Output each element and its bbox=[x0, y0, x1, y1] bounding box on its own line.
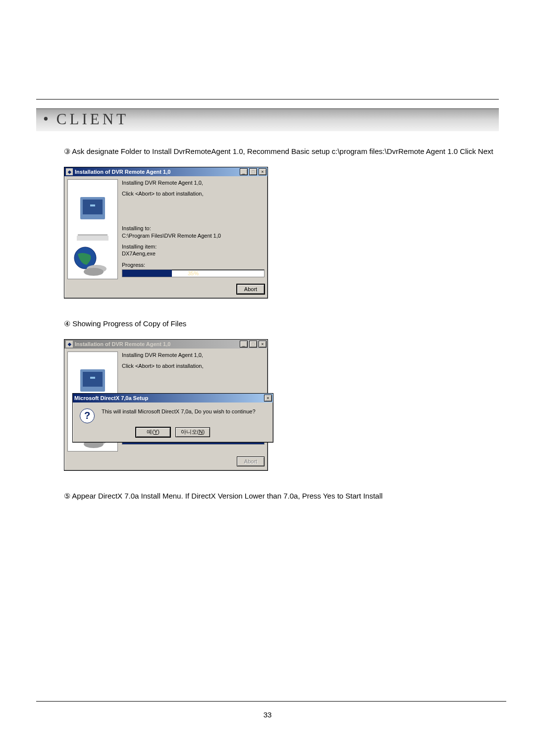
window-title: Installation of DVR Remote Agent 1,0 bbox=[75, 341, 240, 347]
page-top-rule bbox=[36, 99, 499, 100]
svg-point-9 bbox=[84, 268, 104, 276]
step-4-marker: ④ bbox=[64, 319, 70, 328]
svg-rect-4 bbox=[78, 234, 107, 236]
svg-rect-12 bbox=[83, 372, 103, 387]
step-3: ③ Ask designate Folder to Install DvrRem… bbox=[64, 146, 499, 157]
install-line-2: Click <Abort> to abort installation, bbox=[122, 190, 265, 197]
section-header: •CLIENT bbox=[36, 108, 499, 131]
installing-item-label: Installing item: bbox=[122, 243, 265, 250]
step-5: ⑤ Appear DirectX 7.0a Install Menu. If D… bbox=[64, 491, 499, 502]
step-5-text: Appear DirectX 7.0a Install Menu. If Dir… bbox=[72, 492, 382, 500]
step-5-marker: ⑤ bbox=[64, 492, 70, 500]
app-icon: ◆ bbox=[66, 168, 73, 175]
svg-rect-2 bbox=[83, 200, 103, 214]
minimize-button[interactable]: _ bbox=[240, 168, 248, 175]
svg-rect-13 bbox=[90, 377, 95, 379]
maximize-button[interactable]: □ bbox=[249, 168, 257, 175]
title-bar: ◆ Installation of DVR Remote Agent 1,0 _… bbox=[64, 340, 268, 349]
modal-title: Microsoft DirectX 7,0a Setup bbox=[74, 395, 264, 401]
step-4-text: Showing Progress of Copy of Files bbox=[72, 319, 186, 328]
question-icon: ? bbox=[80, 408, 95, 423]
modal-message: This will install Microsoft DirectX 7,0a… bbox=[102, 408, 256, 414]
close-button[interactable]: × bbox=[259, 341, 267, 348]
step-4: ④ Showing Progress of Copy of Files bbox=[64, 318, 499, 329]
maximize-button[interactable]: □ bbox=[249, 341, 257, 348]
title-bar: Microsoft DirectX 7,0a Setup × bbox=[73, 394, 273, 403]
abort-button[interactable]: Abort bbox=[237, 284, 265, 294]
progress-percent: 35% bbox=[122, 270, 264, 277]
title-bar: ◆ Installation of DVR Remote Agent 1,0 _… bbox=[64, 167, 268, 176]
app-icon: ◆ bbox=[66, 341, 73, 348]
close-button[interactable]: × bbox=[264, 395, 272, 402]
install-line-1: Installing DVR Remote Agent 1,0, bbox=[122, 179, 265, 186]
page-number: 33 bbox=[0, 710, 535, 719]
directx-modal: Microsoft DirectX 7,0a Setup × ? This wi… bbox=[72, 393, 273, 443]
section-title: CLIENT bbox=[56, 110, 129, 128]
page-footer-rule bbox=[36, 701, 506, 702]
yes-button[interactable]: 예(Y) bbox=[136, 427, 170, 437]
installing-to-label: Installing to: bbox=[122, 225, 265, 232]
progress-label: Progress: bbox=[122, 261, 265, 268]
step-3-marker: ③ bbox=[64, 147, 70, 155]
installer-window-2: ◆ Installation of DVR Remote Agent 1,0 _… bbox=[64, 339, 268, 471]
installing-to-path: C:\Program Files\DVR Remote Agent 1,0 bbox=[122, 232, 265, 239]
progress-bar: 35% bbox=[122, 269, 265, 277]
installing-item-value: DX7Aeng,exe bbox=[122, 250, 265, 257]
no-button[interactable]: 아니오(N) bbox=[175, 427, 210, 437]
minimize-button[interactable]: _ bbox=[240, 341, 248, 348]
section-bullet: • bbox=[43, 110, 52, 128]
window-title: Installation of DVR Remote Agent 1,0 bbox=[75, 169, 240, 175]
install-line-2: Click <Abort> to abort installation, bbox=[122, 362, 265, 369]
wizard-side-image bbox=[67, 179, 118, 279]
abort-button[interactable]: Abort bbox=[237, 456, 265, 466]
install-line-1: Installing DVR Remote Agent 1,0, bbox=[122, 352, 265, 358]
close-button[interactable]: × bbox=[259, 168, 267, 175]
installer-window-1: ◆ Installation of DVR Remote Agent 1,0 _… bbox=[64, 167, 268, 299]
step-3-text: Ask designate Folder to Install DvrRemot… bbox=[72, 147, 493, 155]
svg-rect-5 bbox=[77, 236, 108, 241]
svg-rect-3 bbox=[90, 204, 95, 206]
